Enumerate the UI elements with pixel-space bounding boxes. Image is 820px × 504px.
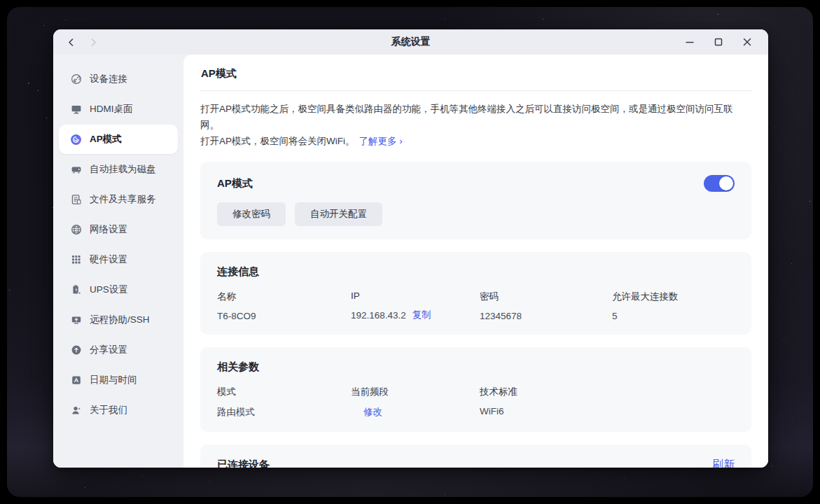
ap-card-title: AP模式 xyxy=(217,177,253,190)
field-value: 5 xyxy=(612,311,618,321)
sidebar-item-10[interactable]: 日期与时间 xyxy=(59,365,178,395)
close-button[interactable] xyxy=(740,35,754,49)
field-label: 名称 xyxy=(217,290,351,303)
sidebar-item-label: 日期与时间 xyxy=(90,374,137,386)
field-2: 技术标准 WiFi6 xyxy=(480,386,517,419)
ap-mode-card: AP模式 修改密码自动开关配置 xyxy=(200,162,751,239)
field-value: 12345678 xyxy=(480,311,522,321)
connection-fields: 名称 T6-8CO9 IP 192.168.43.2复制 密码 12345678… xyxy=(217,290,735,321)
window-body: 设备连接 HDMI桌面 AP模式 自动挂载为磁盘 文件及共享服务 网络设置 硬件… xyxy=(53,55,768,468)
monitor-icon xyxy=(70,104,82,115)
devices-card-title: 已连接设备 xyxy=(217,458,270,468)
description-line1: 打开AP模式功能之后，极空间具备类似路由器的功能，手机等其他终端接入之后可以直接… xyxy=(200,101,751,133)
sidebar-item-label: 自动挂载为磁盘 xyxy=(90,163,156,176)
sidebar-item-3[interactable]: 自动挂载为磁盘 xyxy=(59,155,178,184)
learn-more-link[interactable]: 了解更多 › xyxy=(359,133,403,149)
link-icon xyxy=(70,74,82,85)
forward-button[interactable] xyxy=(87,36,99,48)
share-icon xyxy=(70,344,82,356)
field-label: 当前频段 xyxy=(351,386,480,398)
params-card-title: 相关参数 xyxy=(217,360,735,374)
sidebar-item-label: 远程协助/SSH xyxy=(90,314,150,326)
connection-info-card: 连接信息 名称 T6-8CO9 IP 192.168.43.2复制 密码 123… xyxy=(200,252,751,335)
calendar-icon xyxy=(70,374,82,386)
sidebar-item-label: 硬件设置 xyxy=(90,253,127,266)
sidebar: 设备连接 HDMI桌面 AP模式 自动挂载为磁盘 文件及共享服务 网络设置 硬件… xyxy=(53,55,183,468)
field-value: 路由模式 xyxy=(217,406,255,419)
sidebar-item-label: 网络设置 xyxy=(90,223,127,236)
related-params-card: 相关参数 模式 路由模式 当前频段 修改 技术标准 WiFi6 xyxy=(200,347,751,432)
field-1: IP 192.168.43.2复制 xyxy=(351,290,480,321)
window-controls xyxy=(683,35,768,49)
titlebar: 系统设置 xyxy=(53,29,768,55)
hardware-icon xyxy=(70,254,82,266)
connected-devices-card: 已连接设备 刷新 无 xyxy=(200,444,751,468)
field-value: WiFi6 xyxy=(480,406,504,416)
nav-arrows xyxy=(53,36,99,48)
field-label: 密码 xyxy=(480,290,612,303)
main-content: AP模式 打开AP模式功能之后，极空间具备类似路由器的功能，手机等其他终端接入之… xyxy=(183,55,768,468)
ap-card-button-1[interactable]: 自动开关配置 xyxy=(295,202,382,226)
window-title: 系统设置 xyxy=(53,36,768,48)
back-button[interactable] xyxy=(64,36,77,48)
description-line2: 打开AP模式，极空间将会关闭WiFi。 xyxy=(200,133,355,149)
field-1: 当前频段 修改 xyxy=(351,386,480,419)
ap-card-button-0[interactable]: 修改密码 xyxy=(217,202,286,226)
remote-icon xyxy=(70,314,82,326)
connection-card-title: 连接信息 xyxy=(217,265,735,279)
field-label: IP xyxy=(351,290,480,301)
description: 打开AP模式功能之后，极空间具备类似路由器的功能，手机等其他终端接入之后可以直接… xyxy=(200,101,751,149)
sidebar-item-0[interactable]: 设备连接 xyxy=(59,64,178,94)
modify-band-link[interactable]: 修改 xyxy=(363,406,382,419)
sidebar-item-label: 文件及共享服务 xyxy=(90,193,156,206)
about-icon xyxy=(70,405,82,416)
sidebar-item-2[interactable]: AP模式 xyxy=(59,125,178,154)
network-icon xyxy=(70,224,82,236)
sidebar-item-label: AP模式 xyxy=(90,133,122,146)
sidebar-item-label: 分享设置 xyxy=(90,344,127,356)
params-fields: 模式 路由模式 当前频段 修改 技术标准 WiFi6 xyxy=(217,386,735,419)
sidebar-item-label: UPS设置 xyxy=(90,284,128,296)
disk-icon xyxy=(70,164,82,176)
divider xyxy=(200,90,751,91)
field-0: 名称 T6-8CO9 xyxy=(217,290,351,321)
sidebar-item-4[interactable]: 文件及共享服务 xyxy=(59,185,178,214)
refresh-link[interactable]: 刷新 xyxy=(712,458,735,468)
sidebar-item-label: HDMI桌面 xyxy=(90,103,133,115)
sidebar-item-7[interactable]: UPS设置 xyxy=(59,275,178,304)
field-0: 模式 路由模式 xyxy=(217,386,351,419)
field-label: 允许最大连接数 xyxy=(612,290,679,303)
maximize-button[interactable] xyxy=(711,35,725,49)
ap-mode-icon xyxy=(70,134,82,146)
sidebar-item-5[interactable]: 网络设置 xyxy=(59,215,178,244)
page-title: AP模式 xyxy=(200,55,751,90)
ap-mode-toggle[interactable] xyxy=(704,175,735,192)
sidebar-item-11[interactable]: 关于我们 xyxy=(59,396,178,425)
sidebar-item-6[interactable]: 硬件设置 xyxy=(59,245,178,274)
ap-card-buttons: 修改密码自动开关配置 xyxy=(217,202,735,226)
field-3: 允许最大连接数 5 xyxy=(612,290,679,321)
field-label: 模式 xyxy=(217,386,351,398)
sidebar-item-9[interactable]: 分享设置 xyxy=(59,335,178,365)
toggle-knob xyxy=(719,176,733,190)
sidebar-item-label: 关于我们 xyxy=(90,404,127,416)
sidebar-item-label: 设备连接 xyxy=(90,73,127,85)
field-2: 密码 12345678 xyxy=(480,290,612,321)
sidebar-item-1[interactable]: HDMI桌面 xyxy=(59,94,178,124)
field-value: T6-8CO9 xyxy=(217,311,256,321)
field-value: 192.168.43.2 xyxy=(351,310,406,321)
minimize-button[interactable] xyxy=(683,35,697,49)
field-label: 技术标准 xyxy=(480,386,517,398)
sidebar-item-8[interactable]: 远程协助/SSH xyxy=(59,305,178,335)
ups-icon xyxy=(70,284,82,296)
file-share-icon xyxy=(70,194,82,206)
copy-ip-link[interactable]: 复制 xyxy=(412,309,431,321)
settings-window: 系统设置 设备连接 HDMI桌面 AP模式 自动挂 xyxy=(53,29,768,468)
